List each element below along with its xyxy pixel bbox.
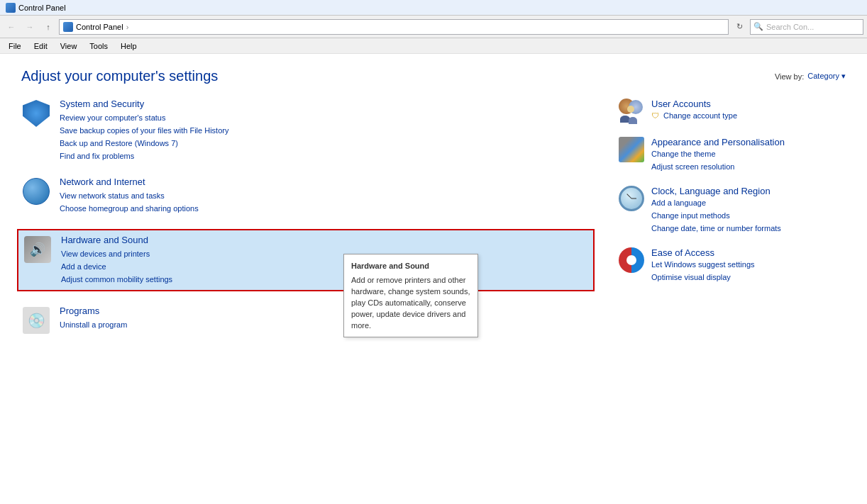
user-accounts-links: 🛡 Change account type <box>651 109 737 122</box>
clock-link-2[interactable]: Change date, time or number formats <box>651 222 781 235</box>
shield-small-icon: 🛡 <box>651 111 659 120</box>
ease-of-access-link-1[interactable]: Optimise visual display <box>651 271 755 284</box>
address-input[interactable]: Control Panel › <box>59 19 729 35</box>
forward-button[interactable]: → <box>22 19 38 35</box>
hardware-sound-title[interactable]: Hardware and Sound <box>61 235 148 245</box>
appearance-color-icon <box>619 137 644 162</box>
page-title: Adjust your computer's settings <box>21 68 218 84</box>
category-system-security: System and Security Review your computer… <box>21 99 590 162</box>
hardware-sound-link-0[interactable]: View devices and printers <box>61 247 589 260</box>
system-security-link-1[interactable]: Save backup copies of your files with Fi… <box>60 124 590 137</box>
system-security-link-3[interactable]: Find and fix problems <box>60 150 590 162</box>
view-by-label: View by: <box>775 72 804 81</box>
search-box[interactable]: 🔍 Search Con... <box>750 19 863 35</box>
hardware-sound-link-1[interactable]: Add a device <box>61 260 589 273</box>
page-header: Adjust your computer's settings View by:… <box>21 68 846 84</box>
network-internet-link-1[interactable]: Choose homegroup and sharing options <box>60 202 590 215</box>
breadcrumb-separator: › <box>126 23 129 31</box>
clock-content: Clock, Language and Region Add a languag… <box>651 186 781 235</box>
right-column: User Accounts 🛡 Change account type Appe… <box>619 99 846 349</box>
hardware-icon <box>24 236 51 263</box>
appearance-link-1[interactable]: Adjust screen resolution <box>651 160 785 173</box>
right-ease-of-access: Ease of Access Let Windows suggest setti… <box>619 247 846 284</box>
programs-links: Uninstall a program <box>60 318 590 331</box>
category-hardware-sound: Hardware and Sound View devices and prin… <box>17 229 595 291</box>
menu-tools[interactable]: Tools <box>84 40 114 52</box>
hardware-sound-tooltip: Hardware and Sound Add or remove printer… <box>343 254 478 337</box>
view-by-dropdown[interactable]: Category ▾ <box>807 72 846 81</box>
address-bar: ← → ↑ Control Panel › ↻ 🔍 Search Con... <box>0 16 867 38</box>
network-internet-link-0[interactable]: View network status and tasks <box>60 189 590 202</box>
user-accounts-icon <box>619 99 644 124</box>
title-bar-text: Control Panel <box>18 4 66 12</box>
system-security-links: Review your computer's status Save backu… <box>60 111 590 162</box>
network-internet-title[interactable]: Network and Internet <box>60 177 145 187</box>
programs-link-0[interactable]: Uninstall a program <box>60 318 590 331</box>
hardware-sound-links: View devices and printers Add a device A… <box>61 247 589 286</box>
breadcrumb-path: Control Panel <box>76 23 123 31</box>
appearance-icon <box>619 137 644 162</box>
menu-file[interactable]: File <box>3 40 27 52</box>
system-security-link-2[interactable]: Back up and Restore (Windows 7) <box>60 137 590 150</box>
title-bar-icon <box>6 3 16 13</box>
clock-link-1[interactable]: Change input methods <box>651 209 781 222</box>
search-icon: 🔍 <box>753 22 763 31</box>
right-user-accounts: User Accounts 🛡 Change account type <box>619 99 846 124</box>
user-accounts-link-shield[interactable]: 🛡 Change account type <box>651 109 737 122</box>
menu-bar: File Edit View Tools Help <box>0 38 867 54</box>
system-security-content: System and Security Review your computer… <box>60 99 590 162</box>
right-appearance: Appearance and Personalisation Change th… <box>619 137 846 173</box>
hardware-sound-link-2[interactable]: Adjust common mobility settings <box>61 273 589 286</box>
clock-icon <box>619 186 644 211</box>
back-button[interactable]: ← <box>4 19 19 35</box>
menu-view[interactable]: View <box>55 40 83 52</box>
user-accounts-title[interactable]: User Accounts <box>651 99 711 109</box>
appearance-content: Appearance and Personalisation Change th… <box>651 137 785 173</box>
ease-of-access-content: Ease of Access Let Windows suggest setti… <box>651 247 755 284</box>
network-internet-links: View network status and tasks Choose hom… <box>60 189 590 215</box>
refresh-button[interactable]: ↻ <box>731 19 747 35</box>
up-button[interactable]: ↑ <box>40 19 56 35</box>
system-security-title[interactable]: System and Security <box>60 99 144 109</box>
programs-content: Programs Uninstall a program <box>60 306 590 331</box>
ease-of-access-links: Let Windows suggest settings Optimise vi… <box>651 258 755 284</box>
ease-of-access-title[interactable]: Ease of Access <box>651 247 714 258</box>
hardware-sound-content: Hardware and Sound View devices and prin… <box>61 235 589 286</box>
system-security-link-0[interactable]: Review your computer's status <box>60 111 590 124</box>
user-accounts-content: User Accounts 🛡 Change account type <box>651 99 737 122</box>
clock-links: Add a language Change input methods Chan… <box>651 196 781 235</box>
search-placeholder: Search Con... <box>766 23 814 31</box>
category-network-internet: Network and Internet View network status… <box>21 177 590 215</box>
clock-link-0[interactable]: Add a language <box>651 196 781 209</box>
breadcrumb-icon <box>63 22 73 32</box>
programs-title[interactable]: Programs <box>60 306 99 316</box>
shield-icon <box>23 100 50 127</box>
programs-icon: 💿 <box>21 306 51 335</box>
network-internet-content: Network and Internet View network status… <box>60 177 590 215</box>
ease-of-access-icon <box>619 247 644 273</box>
tooltip-body: Add or remove printers and other hardwar… <box>351 274 470 331</box>
appearance-links: Change the theme Adjust screen resolutio… <box>651 147 785 173</box>
system-security-icon <box>21 99 51 128</box>
left-column: System and Security Review your computer… <box>21 99 590 349</box>
network-internet-icon <box>21 177 51 206</box>
disc-icon: 💿 <box>23 307 50 334</box>
menu-edit[interactable]: Edit <box>28 40 53 52</box>
appearance-link-0[interactable]: Change the theme <box>651 147 785 160</box>
hardware-sound-icon <box>23 235 53 264</box>
globe-icon <box>23 178 50 205</box>
menu-help[interactable]: Help <box>115 40 143 52</box>
right-clock: Clock, Language and Region Add a languag… <box>619 186 846 235</box>
clock-title[interactable]: Clock, Language and Region <box>651 186 771 196</box>
title-bar: Control Panel <box>0 0 867 16</box>
appearance-title[interactable]: Appearance and Personalisation <box>651 137 785 147</box>
tooltip-title: Hardware and Sound <box>351 260 470 271</box>
ease-of-access-link-0[interactable]: Let Windows suggest settings <box>651 258 755 271</box>
category-programs: 💿 Programs Uninstall a program <box>21 306 590 335</box>
view-by: View by: Category ▾ <box>775 72 846 81</box>
